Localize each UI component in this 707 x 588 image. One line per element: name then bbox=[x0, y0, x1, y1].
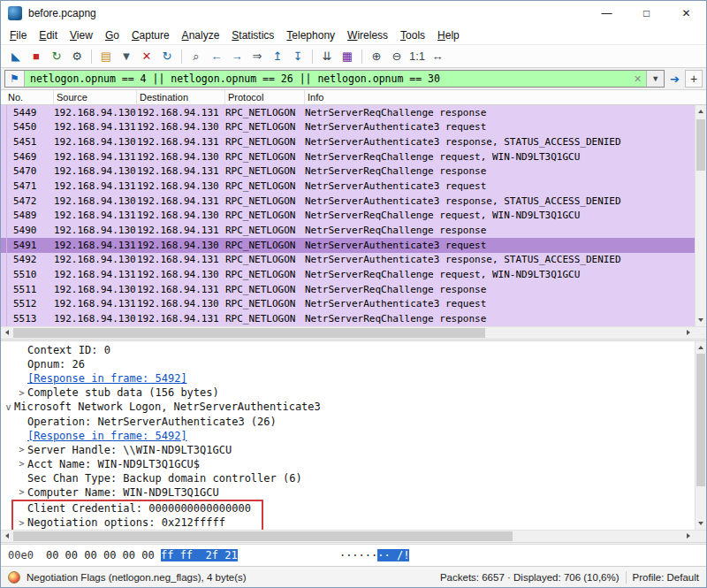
filter-bookmark-icon[interactable]: ⚑ bbox=[5, 71, 25, 87]
scrollbar-thumb[interactable] bbox=[13, 531, 513, 541]
menu-statistics[interactable]: Statistics bbox=[225, 27, 280, 43]
resize-columns-icon[interactable]: ↔ bbox=[428, 47, 447, 66]
expert-info-icon[interactable] bbox=[8, 571, 20, 584]
packet-row[interactable]: 5513 192.168.94.130 192.168.94.131 RPC_N… bbox=[1, 311, 695, 326]
expander-icon[interactable]: v bbox=[3, 402, 14, 412]
filter-add-button[interactable]: + bbox=[685, 70, 703, 88]
filter-text[interactable]: netlogon.opnum == 4 || netlogon.opnum ==… bbox=[25, 73, 629, 85]
toolbar-separator[interactable] bbox=[312, 50, 313, 64]
scrollbar-thumb[interactable] bbox=[13, 328, 485, 338]
detail-row[interactable]: Context ID: 0 bbox=[1, 343, 695, 357]
maximize-button[interactable]: □ bbox=[627, 1, 666, 26]
restart-capture-icon[interactable]: ↻ bbox=[47, 47, 66, 66]
find-packet-icon[interactable]: ⌕ bbox=[186, 47, 206, 66]
packet-row[interactable]: 5511 192.168.94.130 192.168.94.131 RPC_N… bbox=[1, 282, 695, 297]
start-capture-icon[interactable]: ◣ bbox=[6, 47, 26, 66]
detail-row[interactable]: Sec Chan Type: Backup domain controller … bbox=[1, 471, 695, 485]
menu-go[interactable]: Go bbox=[99, 27, 125, 43]
scroll-up-icon[interactable] bbox=[698, 346, 703, 349]
menu-tools[interactable]: Tools bbox=[394, 27, 431, 43]
go-forward-icon[interactable]: → bbox=[227, 47, 247, 66]
filter-apply-icon[interactable]: ➔ bbox=[668, 73, 681, 86]
minimize-button[interactable]: — bbox=[587, 1, 627, 26]
packet-row[interactable]: 5492 192.168.94.130 192.168.94.131 RPC_N… bbox=[1, 253, 695, 268]
open-file-icon[interactable]: ▤ bbox=[96, 47, 116, 66]
column-header-destination[interactable]: Destination bbox=[137, 90, 225, 104]
auto-scroll-icon[interactable]: ⇊ bbox=[317, 47, 337, 66]
hex-ascii[interactable]: ········ /! bbox=[339, 549, 409, 561]
detail-row[interactable]: > Complete stub data (156 bytes) bbox=[1, 386, 695, 400]
packet-row[interactable]: 5490 192.168.94.130 192.168.94.131 RPC_N… bbox=[1, 223, 695, 238]
menu-telephony[interactable]: Telephony bbox=[280, 27, 341, 43]
expander-icon[interactable]: > bbox=[16, 459, 27, 469]
save-file-icon[interactable]: ▼ bbox=[117, 47, 136, 66]
profile-selector[interactable]: Profile: Default bbox=[633, 572, 699, 583]
go-back-icon[interactable]: ← bbox=[207, 47, 226, 66]
detail-row[interactable]: > Acct Name: WIN-ND9LT3Q1GCU$ bbox=[1, 457, 695, 471]
close-button[interactable]: ✕ bbox=[666, 1, 706, 26]
toolbar-separator[interactable] bbox=[91, 50, 92, 64]
filter-history-dropdown-icon[interactable]: ▼ bbox=[646, 71, 664, 87]
expander-icon[interactable]: > bbox=[16, 487, 27, 497]
details-vscrollbar[interactable] bbox=[695, 341, 706, 530]
expander-icon[interactable]: > bbox=[16, 445, 27, 454]
scroll-right-icon[interactable] bbox=[687, 330, 690, 335]
toolbar-separator[interactable] bbox=[181, 50, 182, 64]
details-hscrollbar[interactable] bbox=[1, 530, 695, 542]
display-filter-input[interactable]: ⚑ netlogon.opnum == 4 || netlogon.opnum … bbox=[4, 70, 665, 88]
zoom-in-icon[interactable]: ⊕ bbox=[367, 47, 386, 66]
toolbar-separator[interactable] bbox=[361, 50, 362, 64]
menu-help[interactable]: Help bbox=[431, 27, 466, 43]
packet-row[interactable]: 5469 192.168.94.131 192.168.94.130 RPC_N… bbox=[1, 149, 695, 164]
menu-edit[interactable]: Edit bbox=[33, 27, 64, 43]
expander-icon[interactable]: > bbox=[16, 518, 27, 528]
column-header-source[interactable]: Source bbox=[54, 90, 137, 104]
packet-bytes-pane[interactable]: 00e0 00 00 00 00 00 00 ff ff 2f 21 ·····… bbox=[1, 545, 706, 566]
menu-view[interactable]: View bbox=[64, 27, 99, 43]
capture-options-icon[interactable]: ⚙ bbox=[67, 47, 87, 66]
stop-capture-icon[interactable]: ■ bbox=[27, 47, 46, 66]
packet-row[interactable]: 5470 192.168.94.130 192.168.94.131 RPC_N… bbox=[1, 164, 695, 179]
column-header-no[interactable]: No. bbox=[1, 90, 54, 104]
close-file-icon[interactable]: ✕ bbox=[137, 47, 156, 66]
detail-row[interactable]: Operation: NetrServerAuthenticate3 (26) bbox=[1, 414, 695, 428]
scroll-right-icon[interactable] bbox=[687, 533, 690, 538]
detail-row[interactable]: [Response in frame: 5492] bbox=[1, 371, 695, 386]
menu-wireless[interactable]: Wireless bbox=[341, 27, 394, 43]
packet-row[interactable]: 5489 192.168.94.131 192.168.94.130 RPC_N… bbox=[1, 209, 695, 224]
column-header-info[interactable]: Info bbox=[305, 90, 706, 104]
packet-row[interactable]: 5512 192.168.94.131 192.168.94.130 RPC_N… bbox=[1, 297, 695, 312]
menu-capture[interactable]: Capture bbox=[125, 27, 176, 43]
scroll-left-icon[interactable] bbox=[5, 533, 9, 538]
menu-analyze[interactable]: Analyze bbox=[176, 27, 226, 43]
packet-row[interactable]: 5451 192.168.94.130 192.168.94.131 RPC_N… bbox=[1, 134, 695, 149]
filter-clear-icon[interactable]: ✕ bbox=[629, 73, 646, 85]
packet-row[interactable]: 5449 192.168.94.130 192.168.94.131 RPC_N… bbox=[1, 105, 695, 120]
last-packet-icon[interactable]: ↧ bbox=[288, 47, 308, 66]
scroll-up-icon[interactable] bbox=[698, 110, 703, 113]
menu-file[interactable]: File bbox=[4, 27, 33, 43]
packet-row[interactable]: 5471 192.168.94.131 192.168.94.130 RPC_N… bbox=[1, 179, 695, 194]
go-to-packet-icon[interactable]: ⇒ bbox=[247, 47, 267, 66]
reload-file-icon[interactable]: ↻ bbox=[157, 47, 177, 66]
colorize-icon[interactable]: ▦ bbox=[338, 47, 357, 66]
packet-row[interactable]: 5491 192.168.94.131 192.168.94.130 RPC_N… bbox=[1, 238, 695, 253]
scroll-down-icon[interactable] bbox=[698, 522, 703, 525]
column-header-protocol[interactable]: Protocol bbox=[225, 90, 305, 104]
detail-row[interactable]: > Negotiation options: 0x212fffff bbox=[13, 515, 251, 530]
packet-row[interactable]: 5450 192.168.94.131 192.168.94.130 RPC_N… bbox=[1, 120, 695, 135]
packet-row[interactable]: 5510 192.168.94.131 192.168.94.130 RPC_N… bbox=[1, 267, 695, 282]
detail-row[interactable]: > Computer Name: WIN-ND9LT3Q1GCU bbox=[1, 485, 695, 500]
scrollbar-thumb[interactable] bbox=[696, 119, 705, 171]
zoom-100-icon[interactable]: 1:1 bbox=[407, 47, 427, 66]
scrollbar-thumb[interactable] bbox=[696, 354, 705, 486]
expander-icon[interactable]: > bbox=[16, 388, 27, 398]
detail-row[interactable]: Client Credential: 0000000000000000 bbox=[13, 501, 251, 515]
detail-row[interactable]: [Response in frame: 5492] bbox=[1, 429, 695, 443]
detail-row[interactable]: Opnum: 26 bbox=[1, 357, 695, 371]
scroll-down-icon[interactable] bbox=[698, 318, 703, 322]
scroll-left-icon[interactable] bbox=[5, 330, 9, 335]
packet-row[interactable]: 5472 192.168.94.130 192.168.94.131 RPC_N… bbox=[1, 194, 695, 209]
detail-row[interactable]: > Server Handle: \\WIN-ND9LT3Q1GCU bbox=[1, 443, 695, 457]
packet-list-hscrollbar[interactable] bbox=[1, 326, 695, 339]
